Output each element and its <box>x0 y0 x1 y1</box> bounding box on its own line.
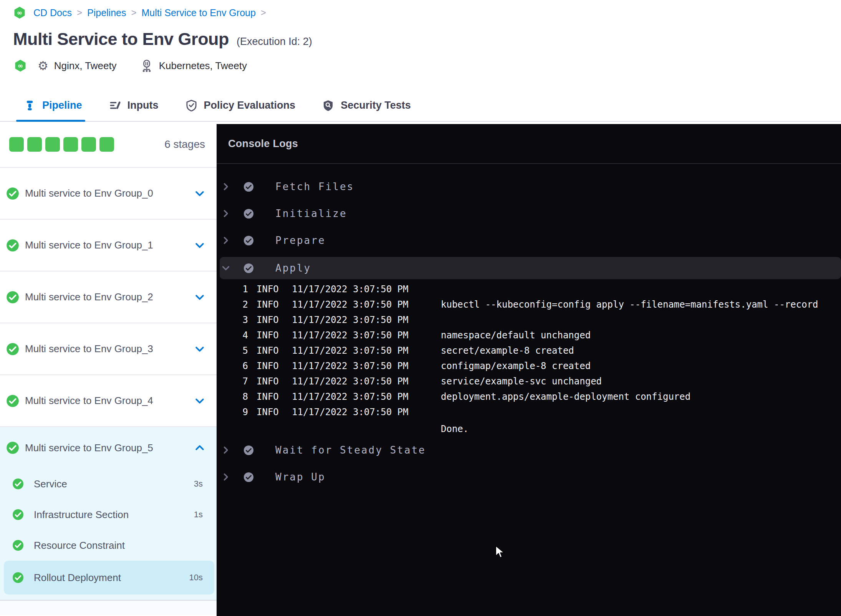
success-check-icon <box>243 263 254 273</box>
tab-security-tests[interactable]: Security Tests <box>322 99 411 111</box>
log-message: configmap/example-8 created <box>441 358 591 374</box>
step-row-rollout-deployment[interactable]: Rollout Deployment 10s <box>4 561 214 594</box>
log-line: 4 INFO 11/17/2022 3:07:50 PM namespace/d… <box>217 328 841 343</box>
log-message: namespace/default unchanged <box>441 328 591 343</box>
spacer <box>0 594 217 600</box>
stage-label: Multi service to Env Group_5 <box>25 442 153 454</box>
success-check-icon <box>243 182 254 192</box>
app-window: CD Docs > Pipelines > Multi Service to E… <box>0 0 841 616</box>
services-row: ⚙ Nginx, Tweety Kubernetes, Tweety <box>14 57 247 75</box>
success-check-icon <box>243 472 254 482</box>
chevron-down-icon[interactable] <box>221 263 230 273</box>
breadcrumb-pipeline-name[interactable]: Multi Service to Env Group <box>142 7 256 18</box>
stage-label: Multi service to Env Group_4 <box>25 395 153 407</box>
step-row-service[interactable]: Service 3s <box>0 469 217 499</box>
log-level: INFO <box>257 404 279 420</box>
success-check-icon <box>243 209 254 219</box>
title-row: Multi Service to Env Group (Execution Id… <box>13 29 312 49</box>
success-check-icon <box>243 445 254 455</box>
log-line: 7 INFO 11/17/2022 3:07:50 PM service/exa… <box>217 374 841 389</box>
log-level: INFO <box>257 282 279 297</box>
log-level: INFO <box>257 328 279 343</box>
stage-row-2[interactable]: Multi service to Env Group_2 <box>0 272 217 323</box>
log-section-label: Wrap Up <box>275 471 326 483</box>
log-section-label: Fetch Files <box>275 181 354 192</box>
stage-group-expanded: Multi service to Env Group_5 Service 3s … <box>0 427 217 601</box>
breadcrumb-separator-icon: > <box>131 7 136 18</box>
step-row-resource-constraint[interactable]: Resource Constraint <box>0 530 217 561</box>
stage-progress-square <box>63 137 78 152</box>
log-line-number: 4 <box>230 328 248 343</box>
tab-label: Policy Evaluations <box>204 99 296 111</box>
log-section-wait-for-steady-state[interactable]: Wait for Steady State <box>217 437 841 464</box>
log-line: 3 INFO 11/17/2022 3:07:50 PM <box>217 312 841 328</box>
log-section-initialize[interactable]: Initialize <box>217 200 841 227</box>
log-section-fetch-files[interactable]: Fetch Files <box>217 173 841 200</box>
chevron-down-icon[interactable] <box>194 240 205 251</box>
chevron-down-icon[interactable] <box>194 188 205 199</box>
log-section-wrap-up[interactable]: Wrap Up <box>217 464 841 490</box>
log-message: deployment.apps/example-deployment confi… <box>441 389 690 404</box>
service-names[interactable]: Nginx, Tweety <box>54 60 117 72</box>
log-message: kubectl --kubeconfig=config apply --file… <box>441 297 818 312</box>
log-line-number: 1 <box>230 282 248 297</box>
log-line: 2 INFO 11/17/2022 3:07:50 PM kubectl --k… <box>217 297 841 312</box>
stage-row-5[interactable]: Multi service to Env Group_5 <box>0 427 217 469</box>
log-line: 9 INFO 11/17/2022 3:07:50 PM <box>217 404 841 420</box>
chevron-right-icon[interactable] <box>221 472 230 482</box>
step-row-infrastructure[interactable]: Infrastructure Section 1s <box>0 499 217 530</box>
chevron-right-icon[interactable] <box>221 182 230 191</box>
success-check-icon <box>6 291 19 304</box>
tab-policy-evaluations[interactable]: Policy Evaluations <box>185 99 296 111</box>
chevron-right-icon[interactable] <box>221 445 230 455</box>
breadcrumb-cd-docs[interactable]: CD Docs <box>33 7 72 18</box>
log-section-prepare[interactable]: Prepare <box>217 227 841 254</box>
stage-row-3[interactable]: Multi service to Env Group_3 <box>0 323 217 375</box>
log-section-apply[interactable]: Apply <box>220 257 841 279</box>
log-message: secret/example-8 created <box>441 343 574 358</box>
pipeline-icon <box>24 99 36 111</box>
shield-check-icon <box>185 99 197 111</box>
log-level: INFO <box>257 358 279 374</box>
log-line-number: 6 <box>230 358 248 374</box>
step-duration: 3s <box>194 479 203 489</box>
breadcrumb-separator-icon: > <box>77 7 82 18</box>
step-label: Rollout Deployment <box>34 572 121 584</box>
log-timestamp: 11/17/2022 3:07:50 PM <box>292 404 408 420</box>
stage-row-0[interactable]: Multi service to Env Group_0 <box>0 168 217 220</box>
log-timestamp: 11/17/2022 3:07:50 PM <box>292 343 408 358</box>
console-title: Console Logs <box>228 138 298 150</box>
stage-count-label: 6 stages <box>164 138 205 151</box>
success-check-icon <box>12 478 24 490</box>
stage-label: Multi service to Env Group_1 <box>25 239 153 251</box>
chevron-right-icon[interactable] <box>221 236 230 245</box>
log-section-label: Prepare <box>275 235 326 246</box>
log-level: INFO <box>257 343 279 358</box>
log-timestamp: 11/17/2022 3:07:50 PM <box>292 374 408 389</box>
stage-progress-square <box>9 137 24 152</box>
chevron-down-icon[interactable] <box>194 344 205 354</box>
success-check-icon <box>6 441 19 454</box>
stage-row-4[interactable]: Multi service to Env Group_4 <box>0 375 217 427</box>
stage-row-1[interactable]: Multi service to Env Group_1 <box>0 220 217 272</box>
tab-label: Pipeline <box>42 99 82 111</box>
kubernetes-icon <box>140 59 154 73</box>
shield-search-icon <box>322 99 334 111</box>
stage-progress-square <box>99 137 114 152</box>
environment-names[interactable]: Kubernetes, Tweety <box>159 60 247 72</box>
harness-logo-icon <box>14 59 27 72</box>
chevron-down-icon[interactable] <box>194 292 205 303</box>
stages-sidebar: 6 stages Multi service to Env Group_0 Mu… <box>0 122 217 616</box>
chevron-right-icon[interactable] <box>221 209 230 218</box>
log-line-number: 9 <box>230 404 248 420</box>
tab-inputs[interactable]: Inputs <box>109 99 159 111</box>
chevron-up-icon[interactable] <box>194 442 205 453</box>
success-check-icon <box>6 187 19 200</box>
stage-progress-square <box>81 137 96 152</box>
stage-progress-squares <box>9 137 114 152</box>
tab-pipeline[interactable]: Pipeline <box>24 99 82 111</box>
breadcrumb-pipelines[interactable]: Pipelines <box>87 7 126 18</box>
log-timestamp: 11/17/2022 3:07:50 PM <box>292 312 408 328</box>
log-level: INFO <box>257 312 279 328</box>
chevron-down-icon[interactable] <box>194 396 205 406</box>
